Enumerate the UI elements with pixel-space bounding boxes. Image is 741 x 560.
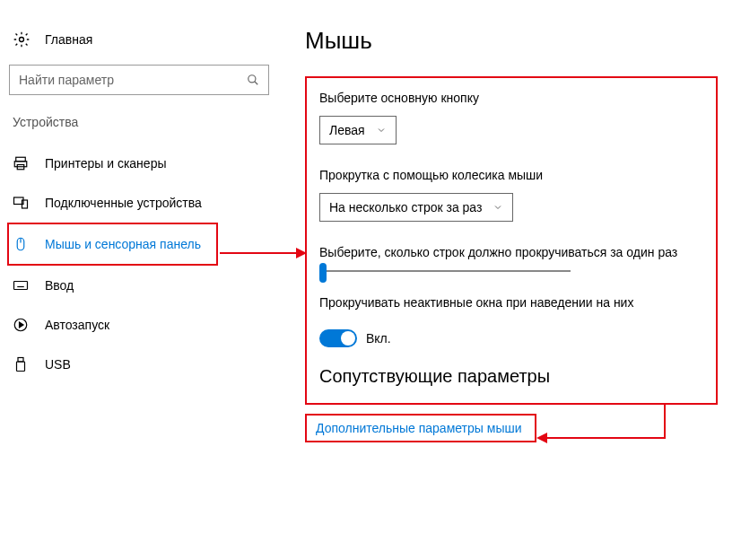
sidebar: Главная Устройства Принтеры и сканеры	[0, 0, 269, 560]
gear-icon	[13, 31, 32, 48]
home-nav[interactable]: Главная	[9, 27, 269, 65]
search-icon	[247, 74, 259, 86]
sidebar-item-printers[interactable]: Принтеры и сканеры	[9, 144, 269, 183]
toggle-state-label: Вкл.	[366, 331, 391, 346]
sidebar-item-usb[interactable]: USB	[9, 345, 269, 384]
svg-rect-19	[17, 362, 25, 372]
usb-icon	[13, 356, 32, 372]
lines-per-scroll-slider[interactable]	[319, 270, 571, 272]
sidebar-item-autoplay[interactable]: Автозапуск	[9, 305, 269, 345]
sidebar-item-label: Ввод	[45, 278, 74, 293]
mouse-icon	[13, 236, 32, 252]
sidebar-item-label: Подключенные устройства	[45, 196, 202, 210]
printer-icon	[13, 155, 32, 171]
primary-button-setting: Выберите основную кнопку Левая	[319, 91, 703, 144]
wheel-scroll-select[interactable]: На несколько строк за раз	[319, 193, 513, 222]
wheel-scroll-label: Прокрутка с помощью колесика мыши	[319, 168, 703, 182]
sidebar-item-typing[interactable]: Ввод	[9, 266, 269, 305]
keyboard-icon	[13, 277, 32, 293]
category-title: Устройства	[9, 115, 269, 144]
wheel-scroll-value: На несколько строк за раз	[329, 200, 482, 214]
lines-per-scroll-label: Выберите, сколько строк должно прокручив…	[319, 245, 703, 259]
toggle-knob	[341, 331, 355, 346]
devices-icon	[13, 195, 32, 211]
sidebar-item-label: Автозапуск	[45, 318, 109, 332]
svg-rect-3	[16, 157, 26, 162]
svg-line-2	[255, 82, 258, 85]
search-input[interactable]	[19, 73, 247, 87]
inactive-scroll-setting: Прокручивать неактивные окна при наведен…	[319, 295, 703, 350]
related-section-title: Сопутствующие параметры	[319, 366, 703, 387]
annotation-frame: Дополнительные параметры мыши	[305, 414, 536, 442]
page-title: Мышь	[305, 27, 734, 55]
slider-thumb[interactable]	[319, 263, 327, 283]
sidebar-item-mouse[interactable]: Мышь и сенсорная панель	[9, 224, 216, 264]
svg-rect-10	[14, 282, 28, 290]
additional-mouse-settings-link[interactable]: Дополнительные параметры мыши	[316, 421, 522, 435]
primary-button-select[interactable]: Левая	[319, 116, 397, 144]
inactive-scroll-label: Прокручивать неактивные окна при наведен…	[319, 295, 703, 310]
sidebar-item-label: Мышь и сенсорная панель	[45, 237, 201, 251]
primary-button-label: Выберите основную кнопку	[319, 91, 703, 105]
lines-per-scroll-setting: Выберите, сколько строк должно прокручив…	[319, 245, 703, 272]
wheel-scroll-setting: Прокрутка с помощью колесика мыши На нес…	[319, 168, 703, 222]
chevron-down-icon	[376, 125, 387, 136]
inactive-scroll-toggle[interactable]: Вкл.	[319, 329, 391, 347]
svg-rect-18	[18, 358, 23, 363]
svg-rect-4	[14, 162, 27, 167]
primary-button-value: Левая	[329, 123, 365, 137]
sidebar-item-label: USB	[45, 357, 71, 372]
autoplay-icon	[13, 317, 32, 333]
main-panel: Мышь Выберите основную кнопку Левая Прок…	[269, 0, 741, 560]
annotation-frame: Выберите основную кнопку Левая Прокрутка…	[305, 76, 718, 405]
sidebar-item-label: Принтеры и сканеры	[45, 156, 166, 171]
home-label: Главная	[45, 32, 92, 47]
svg-point-0	[20, 38, 24, 42]
chevron-down-icon	[493, 202, 503, 213]
sidebar-item-connected-devices[interactable]: Подключенные устройства	[9, 183, 269, 223]
toggle-track	[319, 329, 357, 347]
svg-point-1	[248, 75, 256, 83]
svg-marker-17	[20, 322, 24, 328]
search-input-container[interactable]	[9, 65, 269, 95]
